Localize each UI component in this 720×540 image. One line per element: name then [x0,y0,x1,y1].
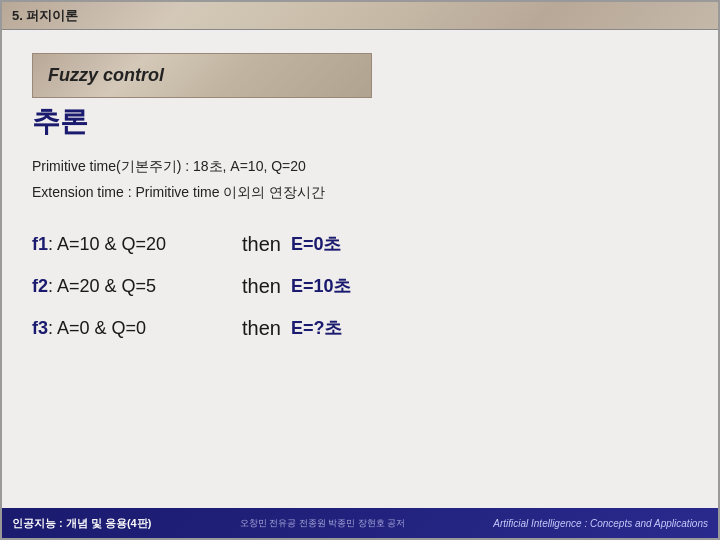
content-area: Fuzzy control 추론 Primitive time(기본주기) : … [2,30,718,508]
rule-f2-then: then [242,275,281,298]
footer-right-text: Artificial Intelligence : Concepts and A… [493,518,708,529]
primitive-time-info: Primitive time(기본주기) : 18초, A=10, Q=20 [32,156,688,177]
rule-f2-result: E=10초 [291,274,352,298]
header-title: 5. 퍼지이론 [12,7,78,25]
rule-f3-condition: : A=0 & Q=0 [48,318,146,338]
section-title: 추론 [32,103,688,141]
rule-row-f1: f1: A=10 & Q=20 then E=0초 [32,228,688,260]
rule-f1-condition: : A=10 & Q=20 [48,234,166,254]
header-bar: 5. 퍼지이론 [2,2,718,30]
rule-f1-result: E=0초 [291,232,342,256]
footer-left-text: 인공지능 : 개념 및 응용(4판) [12,516,151,531]
extension-time-info: Extension time : Primitive time 이외의 연장시간 [32,182,688,203]
fuzzy-banner: Fuzzy control [32,53,372,98]
footer-bar: 인공지능 : 개념 및 응용(4판) 오창민 전유공 전종원 박종민 장현호 공… [2,508,718,538]
rule-f3-result: E=?초 [291,316,343,340]
rule-f3-label: f3 [32,318,48,338]
slide-container: 5. 퍼지이론 Fuzzy control 추론 Primitive time(… [0,0,720,540]
rules-section: f1: A=10 & Q=20 then E=0초 f2: A=20 & Q=5… [32,228,688,344]
rule-row-f3: f3: A=0 & Q=0 then E=?초 [32,312,688,344]
rule-row-f2: f2: A=20 & Q=5 then E=10초 [32,270,688,302]
rule-f2-label: f2 [32,276,48,296]
rule-f3-then: then [242,317,281,340]
rule-f2-condition: : A=20 & Q=5 [48,276,156,296]
fuzzy-banner-text: Fuzzy control [48,65,164,86]
rule-f1-label: f1 [32,234,48,254]
footer-center-text: 오창민 전유공 전종원 박종민 장현호 공저 [240,517,406,530]
rule-f1-then: then [242,233,281,256]
